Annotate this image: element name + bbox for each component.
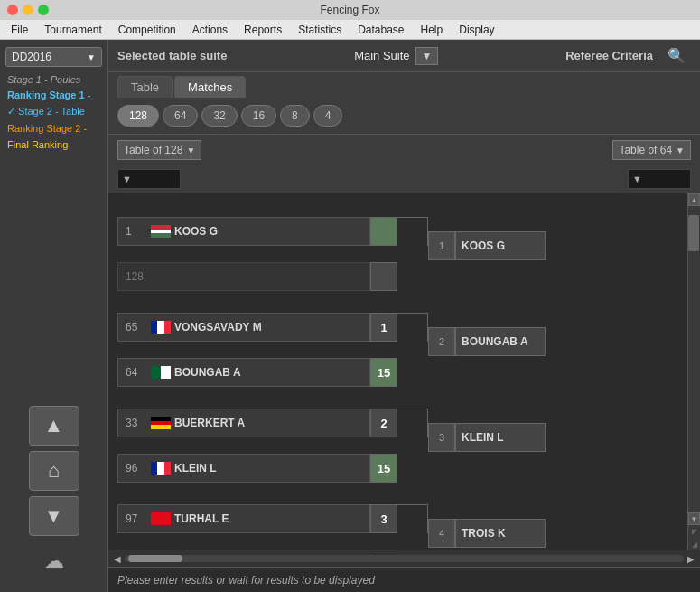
bracket-match-1-bot: 128 [117,262,678,291]
scroll-down-button[interactable]: ▼ [688,512,700,525]
score-buerkert[interactable]: 2 [370,409,397,437]
score-turhal[interactable]: 3 [370,504,397,533]
score-128[interactable] [370,262,397,291]
event-dropdown[interactable]: DD2016 ▼ [5,47,102,67]
bracket-match-4-top: 97 TURHAL E 3 4 TROIS K [117,490,678,548]
match-num-2: 2 [428,327,455,356]
status-message: Please enter results or wait for results… [117,574,375,587]
up-icon: ▲ [44,414,64,437]
seed-128: 128 [126,270,144,283]
sidebar-item-ranking-stage1[interactable]: Ranking Stage 1 - [0,87,107,103]
score-vongsavady[interactable]: 1 [370,313,397,342]
up-button[interactable]: ▲ [29,406,79,446]
search-button[interactable]: 🔍 [662,45,691,66]
h-scroll-left-icon[interactable]: ◀ [114,554,121,564]
winner-area-4: 4 TROIS K [428,490,546,548]
menu-statistics[interactable]: Statistics [291,22,349,38]
left-dark-select-icon: ▼ [122,174,132,184]
menu-bar: File Tournament Competition Actions Repo… [0,20,700,40]
maximize-button[interactable] [38,5,49,15]
scroll-up-button[interactable]: ▲ [688,193,700,206]
home-button[interactable]: ⌂ [29,451,79,491]
player-row-klein: 96 KLEIN L [117,454,370,483]
seed-97: 97 [126,512,147,525]
menu-competition[interactable]: Competition [111,22,183,38]
sidebar-item-ranking-stage2[interactable]: Ranking Stage 2 - [0,120,107,136]
app-title: Fencing Fox [320,4,379,16]
score-klein[interactable]: 15 [370,454,397,483]
connector-3 [397,394,428,452]
down-icon: ▼ [44,504,64,528]
score-empty[interactable] [370,550,397,550]
round-128[interactable]: 128 [117,105,159,127]
connector-2 [397,298,428,356]
left-table-select[interactable]: Table of 128 ▼ [117,140,201,160]
scrollbar-track[interactable] [688,206,700,512]
round-64[interactable]: 64 [163,105,198,127]
suite-name: Main Suite [354,49,409,62]
menu-reports[interactable]: Reports [237,22,289,38]
player-koos-g-name: KOOS G [174,225,362,238]
right-dark-select[interactable]: ▼ [628,169,691,189]
round-16[interactable]: 16 [241,105,276,127]
match-num-3: 3 [428,423,455,452]
seed-1: 1 [126,225,147,238]
sidebar-item-stage2-table[interactable]: ✓ Stage 2 - Table [0,103,107,120]
bracket-match-3-bot: 96 KLEIN L 15 [117,454,678,483]
match-num-4: 4 [428,519,455,548]
winner-trois-k: TROIS K [455,519,546,548]
h-scrollbar-track[interactable] [125,555,684,562]
score-koos-g[interactable] [370,217,397,246]
menu-file[interactable]: File [4,22,35,38]
player-klein-name: KLEIN L [174,462,362,475]
left-dark-select[interactable]: ▼ [117,169,181,189]
bracket-match-4-bot [117,550,678,550]
player-boungab-name: BOUNGAB A [174,366,362,379]
window-controls[interactable] [7,5,49,15]
table-controls2: ▼ ▼ [108,165,700,193]
menu-actions[interactable]: Actions [185,22,235,38]
menu-tournament[interactable]: Tournament [37,22,108,38]
tab-table[interactable]: Table [117,76,173,98]
round-32[interactable]: 32 [201,105,237,127]
player-turhal-name: TURHAL E [174,512,362,525]
cloud-icon: ☁ [44,550,64,573]
flag-fra-klein [151,462,171,475]
content-area: Selected table suite Main Suite ▼ Refere… [108,40,700,592]
left-table-chevron-icon: ▼ [186,146,195,155]
menu-database[interactable]: Database [350,22,411,38]
scrollbar-thumb[interactable] [688,215,699,251]
round-8[interactable]: 8 [280,105,310,127]
sidebar-item-final-ranking[interactable]: Final Ranking [0,136,107,153]
menu-help[interactable]: Help [414,22,451,38]
winner-area-1: 1 KOOS G [428,202,546,260]
connector-4 [397,490,428,548]
minimize-button[interactable] [23,5,33,15]
round-bar: 128 64 32 16 8 4 [108,98,700,135]
seed-33: 33 [126,417,147,429]
winner-area-2: 2 BOUNGAB A [428,298,546,356]
stage-label: Stage 1 - Poules [0,70,107,87]
horizontal-scrollbar[interactable]: ◀ ▶ [108,550,700,567]
menu-display[interactable]: Display [452,22,501,38]
close-button[interactable] [7,5,18,15]
h-scrollbar-thumb[interactable] [128,555,182,562]
left-table-label: Table of 128 [124,144,182,156]
round-4[interactable]: 4 [313,105,343,127]
chevron-down-icon: ▼ [87,52,96,62]
score-boungab[interactable]: 15 [370,358,397,387]
suite-dropdown-button[interactable]: ▼ [415,47,439,65]
h-scroll-right-icon[interactable]: ▶ [687,554,695,564]
flag-tur-turhal [151,512,171,525]
tab-bar: Table Matches [108,72,700,98]
flag-fra-vongsavady [151,321,171,334]
right-table-select[interactable]: Table of 64 ▼ [612,140,691,160]
down-button[interactable]: ▼ [29,496,79,536]
cloud-button[interactable]: ☁ [29,541,79,581]
bracket-match-2-bot: 64 BOUNGAB A 15 [117,358,678,387]
right-controls: Table of 64 ▼ [612,140,691,160]
tab-matches[interactable]: Matches [174,76,246,98]
main-layout: DD2016 ▼ Stage 1 - Poules Ranking Stage … [0,40,700,592]
player-row-boungab: 64 BOUNGAB A [117,358,370,387]
bracket-area: 1 KOOS G 1 KOOS G [108,193,687,550]
